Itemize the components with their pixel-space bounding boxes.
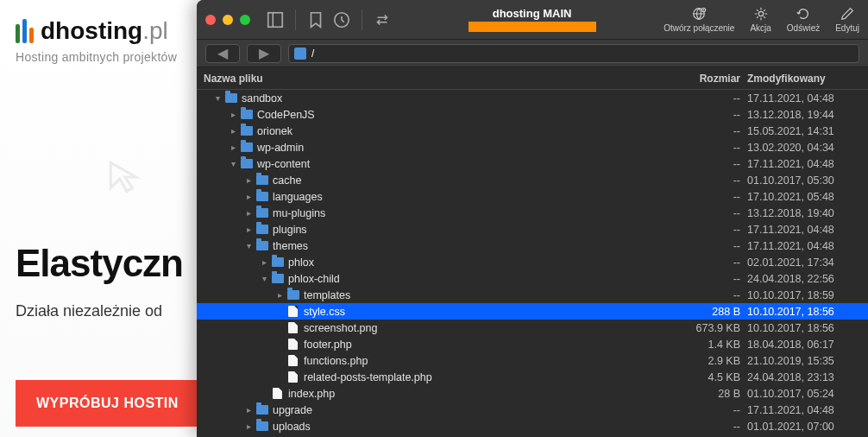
folder-icon xyxy=(240,141,253,154)
titlebar: dhosting MAIN Otwórz połączenie Akcja Od… xyxy=(197,0,868,40)
folder-row[interactable]: ▾themes--17.11.2021, 04:48 xyxy=(197,238,868,254)
folder-row[interactable]: ▸CodePenJS--13.12.2018, 19:44 xyxy=(197,106,868,123)
connection-name: dhosting MAIN xyxy=(493,7,572,20)
folder-icon xyxy=(224,92,237,104)
file-name: upgrade xyxy=(273,404,670,416)
folder-row[interactable]: ▸cache--01.10.2017, 05:30 xyxy=(197,172,868,188)
folder-row[interactable]: ▸plugins--17.11.2021, 04:48 xyxy=(197,221,868,238)
layout-icon[interactable] xyxy=(266,10,285,29)
file-name: CodePenJS xyxy=(257,109,670,121)
edit-button[interactable]: Edytuj xyxy=(835,6,859,33)
folder-row[interactable]: ▸mu-plugins--13.12.2018, 19:40 xyxy=(197,205,868,221)
file-date: 01.10.2017, 05:30 xyxy=(747,174,868,187)
maximize-window-button[interactable] xyxy=(240,15,250,25)
folder-icon xyxy=(271,272,284,285)
disclosure-chevron-icon[interactable]: ▾ xyxy=(212,93,223,103)
file-size: 2.9 KB xyxy=(670,355,747,367)
file-icon xyxy=(286,305,299,318)
file-name: phlox-child xyxy=(288,273,670,285)
disclosure-chevron-icon[interactable]: ▸ xyxy=(259,257,269,267)
close-window-button[interactable] xyxy=(205,15,216,25)
file-icon xyxy=(286,370,299,383)
nav-forward-button[interactable]: ▶ xyxy=(247,44,281,63)
file-date: 24.04.2018, 23:13 xyxy=(747,371,868,383)
folder-row[interactable]: ▾wp-content--17.11.2021, 04:48 xyxy=(197,155,868,172)
file-date: 15.05.2021, 14:31 xyxy=(747,125,868,137)
action-button[interactable]: Akcja xyxy=(750,6,771,33)
disclosure-chevron-icon[interactable]: ▸ xyxy=(274,290,285,300)
folder-row[interactable]: ▸languages--17.10.2021, 05:48 xyxy=(197,188,868,205)
file-date: 10.10.2017, 18:56 xyxy=(747,306,868,318)
path-input[interactable]: / xyxy=(288,44,859,63)
folder-icon xyxy=(255,403,268,416)
folder-row[interactable]: ▸uploads--01.01.2021, 07:00 xyxy=(197,418,868,434)
disclosure-chevron-icon[interactable]: ▸ xyxy=(243,225,254,234)
file-name: footer.php xyxy=(304,339,670,351)
file-name: cache xyxy=(273,174,670,187)
minimize-window-button[interactable] xyxy=(223,15,233,25)
folder-icon xyxy=(255,420,268,433)
file-size: 1.4 KB xyxy=(670,339,747,351)
folder-icon xyxy=(271,256,284,269)
folder-row[interactable]: ▾sandbox--17.11.2021, 04:48 xyxy=(197,90,868,106)
folder-row[interactable]: ▸wp-admin--13.02.2020, 04:34 xyxy=(197,139,868,155)
file-name: mu-plugins xyxy=(273,207,670,219)
svg-point-5 xyxy=(758,11,763,16)
disclosure-chevron-icon[interactable]: ▸ xyxy=(243,421,254,431)
folder-row[interactable]: ▸upgrade--17.11.2021, 04:48 xyxy=(197,402,868,418)
disclosure-chevron-icon[interactable]: ▸ xyxy=(228,110,238,119)
file-date: 18.04.2018, 06:17 xyxy=(747,339,868,351)
folder-icon xyxy=(240,108,253,121)
file-date: 24.04.2018, 22:56 xyxy=(747,273,868,285)
file-date: 10.10.2017, 18:56 xyxy=(747,322,868,334)
folder-icon xyxy=(255,239,268,252)
file-row[interactable]: screenshot.png673.9 KB10.10.2017, 18:56 xyxy=(197,320,868,336)
transfer-icon[interactable] xyxy=(373,10,392,29)
file-row[interactable]: related-posts-template.php4.5 KB24.04.20… xyxy=(197,369,868,385)
folder-icon xyxy=(240,124,253,137)
file-name: functions.php xyxy=(304,355,670,367)
file-date: 01.01.2021, 07:00 xyxy=(747,421,868,433)
disclosure-chevron-icon[interactable]: ▾ xyxy=(243,241,254,250)
nav-back-button[interactable]: ◀ xyxy=(205,44,240,63)
disclosure-chevron-icon[interactable]: ▸ xyxy=(228,142,238,152)
column-header-name[interactable]: Nazwa pliku xyxy=(204,73,670,85)
file-date: 17.11.2021, 04:48 xyxy=(747,404,868,416)
column-header-modified[interactable]: Zmodyfikowany xyxy=(747,73,868,85)
disclosure-chevron-icon[interactable]: ▸ xyxy=(243,405,254,415)
column-header-size[interactable]: Rozmiar xyxy=(670,73,747,85)
disclosure-chevron-icon[interactable]: ▸ xyxy=(243,175,254,185)
file-size: 28 B xyxy=(670,388,747,400)
logo-text: dhosting.pl xyxy=(41,17,168,45)
disclosure-chevron-icon[interactable]: ▾ xyxy=(259,274,269,283)
disclosure-chevron-icon[interactable]: ▸ xyxy=(243,208,254,218)
folder-row[interactable]: ▸phlox--02.01.2021, 17:34 xyxy=(197,254,868,270)
file-row[interactable]: style.css288 B10.10.2017, 18:56 xyxy=(197,303,868,320)
open-connection-button[interactable]: Otwórz połączenie xyxy=(664,6,734,33)
disclosure-chevron-icon[interactable]: ▸ xyxy=(243,192,254,201)
cursor-ghost-icon xyxy=(104,155,147,199)
cta-button[interactable]: WYPRÓBUJ HOSTIN xyxy=(16,380,199,427)
folder-row[interactable]: ▸templates--10.10.2017, 18:59 xyxy=(197,287,868,303)
file-icon xyxy=(286,354,299,367)
file-date: 13.12.2018, 19:40 xyxy=(747,207,868,219)
file-list[interactable]: ▾sandbox--17.11.2021, 04:48▸CodePenJS--1… xyxy=(197,90,868,437)
file-name: related-posts-template.php xyxy=(304,371,670,383)
file-name: languages xyxy=(273,191,670,203)
disclosure-chevron-icon[interactable]: ▸ xyxy=(228,126,238,136)
file-row[interactable]: index.php28 B01.10.2017, 05:24 xyxy=(197,385,868,402)
file-name: style.css xyxy=(304,306,670,318)
file-date: 21.10.2019, 15:35 xyxy=(747,355,868,367)
folder-row[interactable]: ▾phlox-child--24.04.2018, 22:56 xyxy=(197,270,868,287)
file-row[interactable]: functions.php2.9 KB21.10.2019, 15:35 xyxy=(197,352,868,369)
file-size: -- xyxy=(670,92,747,104)
refresh-button[interactable]: Odśwież xyxy=(787,6,820,33)
folder-icon xyxy=(255,190,268,203)
connection-progress-bar xyxy=(469,22,596,32)
folder-row[interactable]: ▸orionek--15.05.2021, 14:31 xyxy=(197,123,868,139)
file-row[interactable]: footer.php1.4 KB18.04.2018, 06:17 xyxy=(197,336,868,352)
disclosure-chevron-icon[interactable]: ▾ xyxy=(228,159,238,168)
bookmark-icon[interactable] xyxy=(306,10,325,29)
folder-icon xyxy=(240,157,253,170)
history-icon[interactable] xyxy=(332,10,351,29)
